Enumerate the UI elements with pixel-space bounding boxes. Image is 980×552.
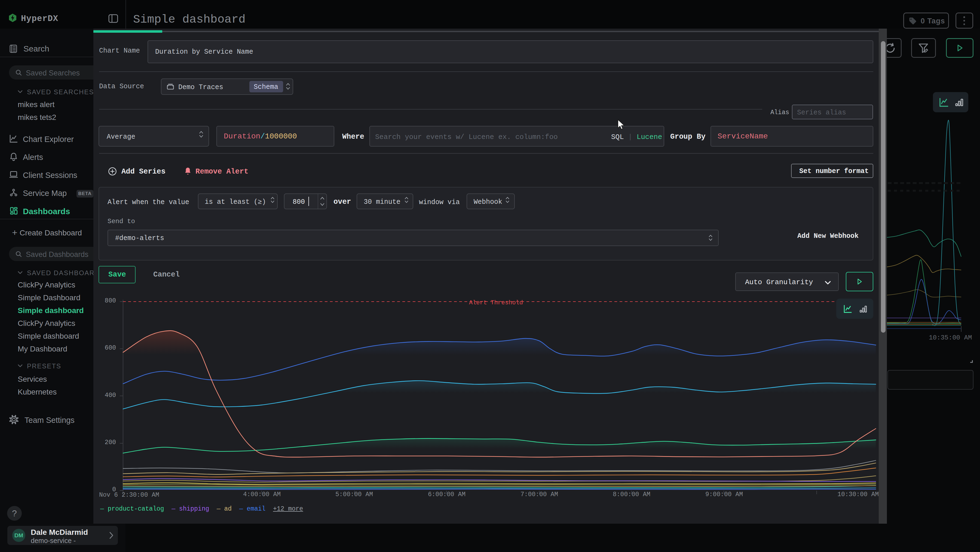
svg-text:Alert Threshold: Alert Threshold: [469, 300, 523, 306]
